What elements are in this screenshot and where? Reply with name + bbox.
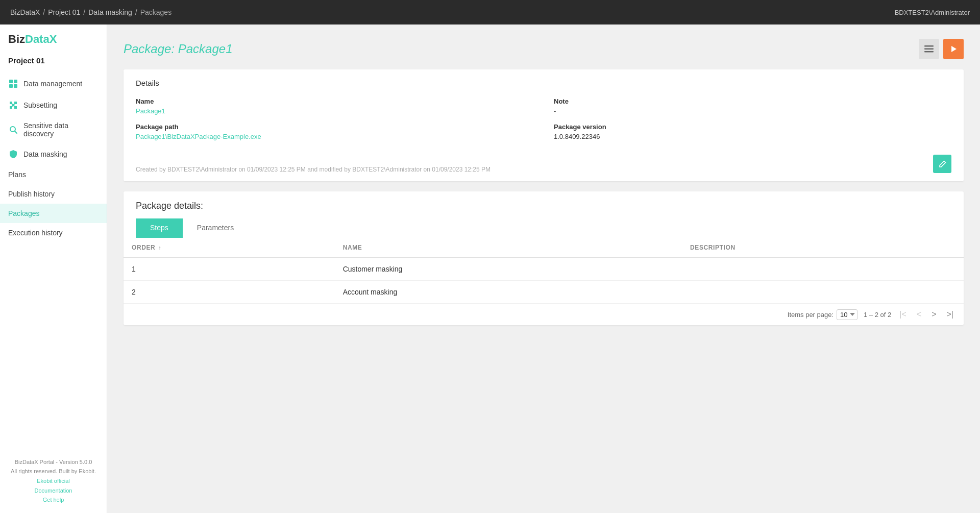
name-value: Package1 xyxy=(136,107,533,115)
sidebar-item-data-masking[interactable]: Data masking xyxy=(0,143,107,165)
cell-order: 2 xyxy=(124,281,335,304)
main-content: Package: Package1 Details xyxy=(107,25,980,513)
version-field: Package version 1.0.8409.22346 xyxy=(554,119,951,144)
pagination-info: Items per page: 10 25 50 xyxy=(788,309,857,320)
tabs: Steps Parameters xyxy=(136,218,951,238)
sidebar-item-subsetting-label: Subsetting xyxy=(23,101,57,109)
steps-table-container: ORDER ↑ NAME DESCRIPTION 1 Customer mask… xyxy=(124,238,964,304)
view-button[interactable] xyxy=(919,39,939,59)
user-label: BDXTEST2\Administrator xyxy=(895,9,970,16)
sidebar-footer: BizDataX Portal - Version 5.0.0 All righ… xyxy=(0,449,107,513)
sidebar: BizDataX Project 01 Data management Sub xyxy=(0,25,107,513)
version-text: BizDataX Portal - Version 5.0.0 xyxy=(8,457,99,467)
pagination-last[interactable]: >| xyxy=(945,309,956,320)
details-title: Details xyxy=(124,69,964,93)
breadcrumb-bizdatax[interactable]: BizDataX xyxy=(10,8,40,16)
run-button[interactable] xyxy=(943,39,964,59)
package-name-title: Package1 xyxy=(178,42,233,56)
steps-table: ORDER ↑ NAME DESCRIPTION 1 Customer mask… xyxy=(124,238,964,304)
shield-icon xyxy=(8,149,18,159)
path-field: Package path Package1\BizDataXPackage-Ex… xyxy=(136,119,533,144)
sidebar-item-data-management[interactable]: Data management xyxy=(0,73,107,94)
note-value: - xyxy=(554,107,951,115)
details-card: Details Name Package1 Package path Packa… xyxy=(124,69,964,181)
cell-order: 1 xyxy=(124,258,335,281)
name-label: Name xyxy=(136,97,533,105)
sidebar-item-data-masking-label: Data masking xyxy=(23,150,67,158)
svg-rect-8 xyxy=(924,51,934,53)
tab-parameters[interactable]: Parameters xyxy=(183,218,248,238)
sidebar-item-sensitive-data[interactable]: Sensitive data discovery xyxy=(0,116,107,143)
breadcrumb-datamasking[interactable]: Data masking xyxy=(88,8,132,16)
svg-line-5 xyxy=(15,131,17,133)
note-field: Note - xyxy=(554,93,951,119)
sidebar-item-sensitive-data-label: Sensitive data discovery xyxy=(23,121,99,138)
col-description: DESCRIPTION xyxy=(682,238,964,258)
grid-icon xyxy=(8,79,18,89)
items-per-page-label: Items per page: xyxy=(788,311,834,319)
svg-rect-2 xyxy=(9,84,13,88)
page-header: Package: Package1 xyxy=(124,39,964,59)
table-row: 2 Account masking xyxy=(124,281,964,304)
package-details-title: Package details: xyxy=(136,201,951,211)
pagination-range: 1 – 2 of 2 xyxy=(864,311,891,319)
puzzle-icon xyxy=(8,100,18,110)
sidebar-item-execution-history[interactable]: Execution history xyxy=(0,223,107,242)
details-grid: Name Package1 Package path Package1\BizD… xyxy=(124,93,964,149)
ekobit-link[interactable]: Ekobit official xyxy=(8,476,99,486)
page-title: Package: Package1 xyxy=(124,42,233,56)
sidebar-item-packages[interactable]: Packages xyxy=(0,204,107,223)
breadcrumb-current: Packages xyxy=(140,8,172,16)
svg-marker-9 xyxy=(951,46,957,52)
version-value: 1.0.8409.22346 xyxy=(554,133,951,140)
pagination-next[interactable]: > xyxy=(929,309,938,320)
breadcrumb: BizDataX / Project 01 / Data masking / P… xyxy=(10,8,172,16)
documentation-link[interactable]: Documentation xyxy=(8,486,99,496)
cell-description xyxy=(682,281,964,304)
items-per-page-select[interactable]: 10 25 50 xyxy=(837,309,857,320)
path-label: Package path xyxy=(136,123,533,131)
sidebar-item-data-management-label: Data management xyxy=(23,80,82,88)
col-order: ORDER ↑ xyxy=(124,238,335,258)
name-field: Name Package1 xyxy=(136,93,533,119)
version-label: Package version xyxy=(554,123,951,131)
search-icon xyxy=(8,125,18,135)
cell-name: Account masking xyxy=(335,281,682,304)
pagination-prev[interactable]: < xyxy=(915,309,923,320)
pagination-first[interactable]: |< xyxy=(897,309,909,320)
get-help-link[interactable]: Get help xyxy=(8,495,99,505)
breadcrumb-project[interactable]: Project 01 xyxy=(48,8,80,16)
sidebar-item-publish-history[interactable]: Publish history xyxy=(0,184,107,204)
tab-steps[interactable]: Steps xyxy=(136,218,183,238)
svg-rect-0 xyxy=(9,80,13,83)
sidebar-item-subsetting[interactable]: Subsetting xyxy=(0,94,107,116)
col-name: NAME xyxy=(335,238,682,258)
card-footer: Created by BDXTEST2\Administrator on 01/… xyxy=(124,149,964,181)
cell-name: Customer masking xyxy=(335,258,682,281)
cell-description xyxy=(682,258,964,281)
project-title: Project 01 xyxy=(0,52,107,73)
note-label: Note xyxy=(554,97,951,105)
rights-text: All rights reserved. Built by Ekobit. xyxy=(8,467,99,476)
svg-rect-3 xyxy=(14,84,17,88)
svg-rect-7 xyxy=(924,48,934,50)
edit-button[interactable] xyxy=(933,155,951,173)
sort-icon: ↑ xyxy=(158,245,161,251)
path-value: Package1\BizDataXPackage-Example.exe xyxy=(136,133,533,140)
table-row: 1 Customer masking xyxy=(124,258,964,281)
pagination: Items per page: 10 25 50 1 – 2 of 2 |< <… xyxy=(124,304,964,325)
sidebar-item-plans[interactable]: Plans xyxy=(0,165,107,184)
header-actions xyxy=(919,39,964,59)
top-navigation: BizDataX / Project 01 / Data masking / P… xyxy=(0,0,980,25)
package-details-card: Package details: Steps Parameters ORDER … xyxy=(124,191,964,325)
logo: BizDataX xyxy=(0,25,107,52)
svg-rect-6 xyxy=(924,45,934,47)
created-note: Created by BDXTEST2\Administrator on 01/… xyxy=(136,166,491,173)
svg-rect-1 xyxy=(14,80,17,83)
